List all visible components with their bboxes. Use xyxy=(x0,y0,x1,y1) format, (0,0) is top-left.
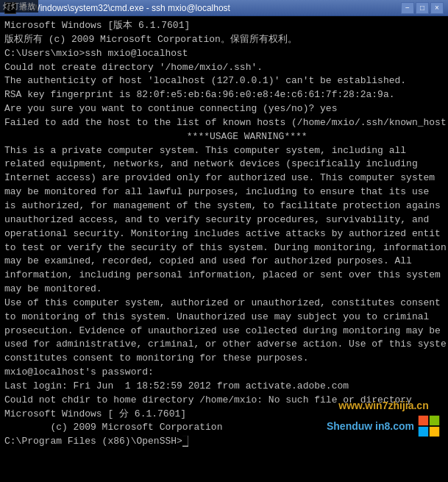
terminal-line: used for administrative, criminal, or ot… xyxy=(4,338,444,352)
terminal-line: The authenticity of host 'localhost (127… xyxy=(4,74,444,88)
terminal-line: Last login: Fri Jun 1 18:52:59 2012 from… xyxy=(4,380,444,394)
terminal-line: to test or verify the security of this s… xyxy=(4,241,444,255)
terminal-line: This is a private computer system. This … xyxy=(4,144,444,158)
terminal-line: Microsoft Windows [版本 6.1.7601] xyxy=(4,19,444,33)
terminal-line: may be monitored. xyxy=(4,283,444,297)
terminal-line: Microsoft Windows [ 分 6.1.7601] xyxy=(4,408,444,422)
terminal-line: mxio@localhost's password: xyxy=(4,366,444,380)
terminal-line: to monitoring of this system. Unauthoriz… xyxy=(4,311,444,325)
terminal-line: Use of this computer system, authorized … xyxy=(4,297,444,311)
minimize-button[interactable]: − xyxy=(401,2,414,14)
window-title: C:\Windows\system32\cmd.exe - ssh mxio@l… xyxy=(21,3,401,13)
terminal-line: 版权所有 (c) 2009 Microsoft Corporation。保留所有… xyxy=(4,33,444,47)
terminal-line: is authorized, for management of the sys… xyxy=(4,199,444,213)
terminal-line: (c) 2009 Microsoft Corporation xyxy=(4,421,444,435)
terminal-line: C:\Users\mxio>ssh mxio@localhost xyxy=(4,47,444,61)
watermark-top-label: 灯灯播放 xyxy=(0,0,38,13)
terminal-line: unauthorized access, and to verify secur… xyxy=(4,213,444,227)
terminal-area[interactable]: Microsoft Windows [版本 6.1.7601]版权所有 (c) … xyxy=(0,16,448,482)
terminal-content: Microsoft Windows [版本 6.1.7601]版权所有 (c) … xyxy=(4,19,444,449)
terminal-line: may be examined, recorded, copied and us… xyxy=(4,255,444,269)
terminal-line: operational security. Monitoring include… xyxy=(4,227,444,241)
terminal-line: constitutes consent to monitoring for th… xyxy=(4,352,444,366)
window-controls[interactable]: − □ × xyxy=(401,2,444,14)
terminal-line: Could not chdir to home directory /home/… xyxy=(4,394,444,408)
terminal-line: Failed to add the host to the list of kn… xyxy=(4,116,444,130)
terminal-line: RSA key fingerprint is 82:0f:e5:eb:6a:96… xyxy=(4,88,444,102)
terminal-line: information, including personal informat… xyxy=(4,269,444,283)
terminal-line: prosecution. Evidence of unauthorized us… xyxy=(4,325,444,339)
terminal-line: Internet access) are provided only for a… xyxy=(4,171,444,185)
terminal-line: ****USAGE WARNING**** xyxy=(4,130,444,144)
terminal-line: C:\Program Files (x86)\OpenSSH>█ xyxy=(4,435,444,449)
terminal-line: may be monitored for all lawful purposes… xyxy=(4,185,444,199)
maximize-button[interactable]: □ xyxy=(416,2,429,14)
terminal-line: Could not create directory '/home/mxio/.… xyxy=(4,61,444,75)
terminal-line: related equipment, networks, and network… xyxy=(4,157,444,171)
terminal-line: Are you sure you want to continue connec… xyxy=(4,102,444,116)
close-button[interactable]: × xyxy=(430,2,444,14)
title-bar: 灯灯播放 C C:\Windows\system32\cmd.exe - ssh… xyxy=(0,0,448,16)
